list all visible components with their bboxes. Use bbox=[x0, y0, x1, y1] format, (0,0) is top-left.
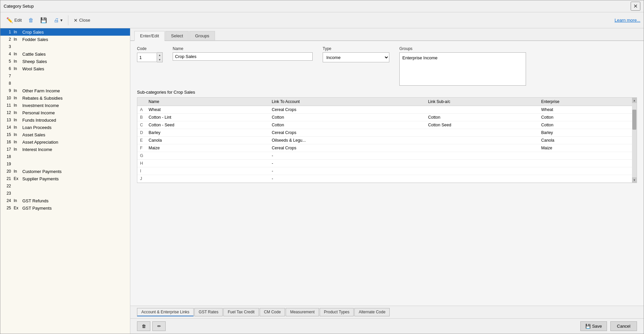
save-icon-button[interactable]: 💾 bbox=[38, 16, 50, 25]
cell-name: Canola bbox=[146, 137, 269, 144]
list-item-num: 4 bbox=[3, 52, 11, 56]
tab-groups[interactable]: Groups bbox=[189, 31, 215, 40]
table-scrollbar[interactable]: ▲ ▼ bbox=[632, 98, 637, 183]
table-row[interactable]: G - bbox=[137, 152, 632, 160]
list-item[interactable]: 20 In Customer Payments bbox=[0, 168, 130, 175]
toolbar-separator bbox=[68, 15, 68, 25]
print-icon: 🖨 bbox=[54, 17, 59, 23]
list-item-num: 6 bbox=[3, 66, 11, 71]
list-item[interactable]: 10 In Rebates & Subsidies bbox=[0, 94, 130, 102]
list-item-num: 19 bbox=[3, 162, 11, 166]
list-item-name: GST Refunds bbox=[22, 198, 49, 203]
save-button[interactable]: 💾 Save bbox=[580, 321, 607, 331]
list-item-type: In bbox=[14, 103, 20, 108]
bottom-tab-3[interactable]: CM Code bbox=[260, 308, 285, 316]
list-item[interactable]: 21 Ex Supplier Payments bbox=[0, 175, 130, 182]
bottom-tab-6[interactable]: Alternate Code bbox=[354, 308, 390, 316]
list-item-type: Ex bbox=[14, 176, 20, 181]
list-item[interactable]: 9 In Other Farm Income bbox=[0, 87, 130, 94]
spinner-down[interactable]: ▼ bbox=[157, 57, 162, 62]
cell-name bbox=[146, 160, 269, 167]
list-item[interactable]: 25 Ex GST Payments bbox=[0, 204, 130, 212]
list-item-type: In bbox=[14, 59, 20, 64]
cell-link-sub bbox=[425, 167, 538, 175]
list-item[interactable]: 15 In Asset Sales bbox=[0, 131, 130, 138]
list-item[interactable]: 13 In Funds Introduced bbox=[0, 116, 130, 124]
tab-enter-edit[interactable]: Enter/Edit bbox=[134, 31, 165, 41]
list-item[interactable]: 17 In Interest Income bbox=[0, 146, 130, 153]
list-item-num: 22 bbox=[3, 184, 11, 188]
bottom-tab-0[interactable]: Account & Enterprise Links bbox=[137, 308, 194, 316]
print-button[interactable]: 🖨 ▾ bbox=[51, 16, 65, 25]
name-label: Name bbox=[173, 46, 313, 51]
cell-letter: H bbox=[137, 160, 146, 167]
cell-letter: C bbox=[137, 121, 146, 129]
list-item[interactable]: 4 In Cattle Sales bbox=[0, 50, 130, 58]
close-button[interactable]: ✕ Close bbox=[71, 16, 93, 24]
list-item-name: Fodder Sales bbox=[22, 37, 48, 42]
list-item[interactable]: 18 bbox=[0, 153, 130, 160]
list-item[interactable]: 5 In Sheep Sales bbox=[0, 58, 130, 65]
list-item[interactable]: 8 bbox=[0, 80, 130, 87]
list-item-type: In bbox=[14, 147, 20, 152]
list-item-name: Loan Proceeds bbox=[22, 125, 51, 130]
list-item-num: 2 bbox=[3, 37, 11, 42]
list-item-num: 12 bbox=[3, 110, 11, 115]
table-row[interactable]: D Barley Cereal Crops Barley bbox=[137, 129, 632, 137]
bottom-tab-1[interactable]: GST Rates bbox=[194, 308, 223, 316]
table-row[interactable]: E Canola Oilseeds & Legu... Canola bbox=[137, 137, 632, 144]
list-item[interactable]: 1 In Crop Sales bbox=[0, 28, 130, 36]
edit-button[interactable]: ✏️ Edit bbox=[4, 16, 24, 25]
category-list[interactable]: 1 In Crop Sales 2 In Fodder Sales 3 4 In… bbox=[0, 28, 130, 334]
table-row[interactable]: H - bbox=[137, 160, 632, 167]
delete-row-button[interactable]: 🗑 bbox=[137, 321, 150, 331]
name-input[interactable] bbox=[173, 52, 313, 61]
table-row[interactable]: J - bbox=[137, 175, 632, 183]
delete-button[interactable]: 🗑 bbox=[26, 16, 36, 25]
scroll-down-btn[interactable]: ▼ bbox=[632, 177, 637, 183]
window-close-button[interactable]: ✕ bbox=[631, 2, 640, 11]
edit-icon: ✏️ bbox=[6, 17, 13, 23]
cancel-button[interactable]: Cancel bbox=[610, 321, 637, 331]
learn-more-link[interactable]: Learn more... bbox=[615, 18, 640, 23]
list-item[interactable]: 6 In Wool Sales bbox=[0, 65, 130, 72]
list-item[interactable]: 16 In Asset Appreciation bbox=[0, 138, 130, 146]
list-item[interactable]: 3 bbox=[0, 43, 130, 50]
list-item[interactable]: 23 bbox=[0, 190, 130, 197]
cell-enterprise: Maize bbox=[538, 144, 632, 152]
list-item[interactable]: 11 In Investment Income bbox=[0, 102, 130, 109]
bottom-tab-2[interactable]: Fuel Tax Credit bbox=[223, 308, 259, 316]
edit-row-button[interactable]: ✏ bbox=[152, 321, 166, 331]
bottom-tab-5[interactable]: Product Types bbox=[320, 308, 354, 316]
list-item[interactable]: 14 In Loan Proceeds bbox=[0, 124, 130, 131]
sub-table: Name Link To Account Link Sub-a/c Enterp… bbox=[137, 98, 632, 183]
bottom-tab-4[interactable]: Measurement bbox=[286, 308, 319, 316]
type-label: Type bbox=[323, 46, 389, 51]
tab-select[interactable]: Select bbox=[165, 31, 189, 40]
list-item[interactable]: 2 In Fodder Sales bbox=[0, 36, 130, 43]
sub-table-wrap: Name Link To Account Link Sub-a/c Enterp… bbox=[137, 97, 637, 183]
cell-link-sub bbox=[425, 160, 538, 167]
list-item[interactable]: 19 bbox=[0, 160, 130, 168]
save-icon: 💾 bbox=[585, 324, 591, 329]
cell-name: Barley bbox=[146, 129, 269, 137]
cell-enterprise: Cotton bbox=[538, 114, 632, 121]
list-item[interactable]: 12 In Personal Income bbox=[0, 109, 130, 116]
scroll-up-btn[interactable]: ▲ bbox=[632, 98, 637, 103]
table-row[interactable]: B Cotton - Lint Cotton Cotton Cotton bbox=[137, 114, 632, 121]
right-panel: Enter/Edit Select Groups Code ▲ ▼ bbox=[130, 28, 644, 334]
list-item[interactable]: 7 bbox=[0, 72, 130, 80]
code-input[interactable] bbox=[137, 53, 157, 62]
list-item[interactable]: 22 bbox=[0, 182, 130, 190]
cell-enterprise bbox=[538, 167, 632, 175]
list-item-num: 8 bbox=[3, 81, 11, 86]
bottom-tabs-bar: Account & Enterprise LinksGST RatesFuel … bbox=[130, 306, 644, 318]
spinner-up[interactable]: ▲ bbox=[157, 53, 162, 57]
table-row[interactable]: A Wheat Cereal Crops Wheat bbox=[137, 106, 632, 114]
table-row[interactable]: F Maize Cereal Crops Maize bbox=[137, 144, 632, 152]
type-select[interactable]: Income Expense Asset Liability bbox=[323, 52, 389, 62]
table-row[interactable]: C Cotton - Seed Cotton Cotton Seed Cotto… bbox=[137, 121, 632, 129]
table-row[interactable]: I - bbox=[137, 167, 632, 175]
list-item[interactable]: 24 In GST Refunds bbox=[0, 197, 130, 204]
tab-content-enter-edit: Code ▲ ▼ Name bbox=[130, 41, 644, 306]
